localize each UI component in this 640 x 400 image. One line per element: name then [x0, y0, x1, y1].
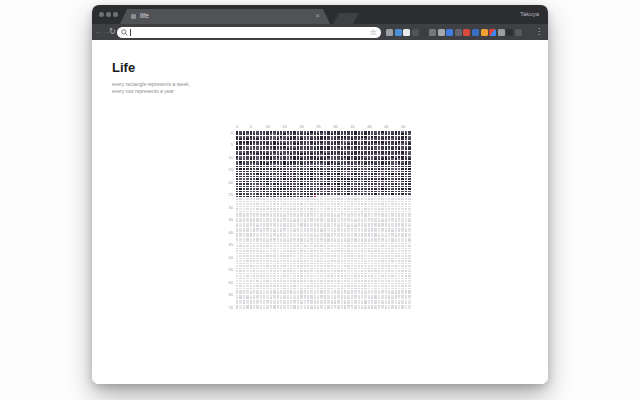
week-cell [401, 163, 403, 165]
close-window-button[interactable] [99, 12, 104, 17]
week-cell [283, 248, 285, 250]
week-cell [263, 161, 265, 163]
extension-icon[interactable] [403, 29, 410, 36]
week-cell [378, 201, 380, 203]
week-cell [320, 186, 322, 188]
extension-icon[interactable] [515, 29, 522, 36]
week-cell [260, 297, 262, 299]
week-cell [405, 292, 407, 294]
week-cell [320, 156, 322, 158]
week-cell [408, 133, 410, 135]
week-cell [266, 206, 268, 208]
extension-icon[interactable] [489, 29, 496, 36]
browser-tab[interactable]: life × [120, 9, 330, 24]
week-cell [236, 183, 238, 185]
week-cell [395, 223, 397, 225]
week-cell [236, 156, 238, 158]
week-cell [408, 131, 410, 133]
extension-icon[interactable] [455, 29, 462, 36]
week-cell [243, 302, 245, 304]
desktop: { "window": { "profile_name": "Takuya", … [0, 0, 640, 400]
week-cell [395, 206, 397, 208]
week-cell [263, 283, 265, 285]
week-cell [270, 136, 272, 138]
week-cell [385, 193, 387, 195]
extension-icon[interactable] [386, 29, 393, 36]
week-cell [381, 188, 383, 190]
extension-icon[interactable] [463, 29, 470, 36]
week-cell [246, 302, 248, 304]
extension-icon[interactable] [446, 29, 453, 36]
week-cell [266, 302, 268, 304]
week-cell [324, 191, 326, 193]
week-cell [347, 270, 349, 272]
menu-icon[interactable]: ⋮ [535, 27, 543, 37]
new-tab-button[interactable] [333, 13, 359, 24]
week-cell [381, 285, 383, 287]
week-cell [398, 285, 400, 287]
week-cell [364, 136, 366, 138]
week-cell [283, 270, 285, 272]
week-cell [290, 278, 292, 280]
extension-icon[interactable] [506, 29, 513, 36]
week-cell [401, 250, 403, 252]
week-cell [314, 307, 316, 309]
week-cell [324, 220, 326, 222]
week-cell [331, 248, 333, 250]
omnibox[interactable]: ☆ [117, 27, 381, 38]
week-cell [300, 146, 302, 148]
week-cell [405, 158, 407, 160]
week-cell [307, 243, 309, 245]
week-cell [395, 230, 397, 232]
bookmark-star-icon[interactable]: ☆ [370, 27, 377, 38]
week-cell [358, 151, 360, 153]
week-cell [283, 151, 285, 153]
minimize-window-button[interactable] [106, 12, 111, 17]
week-cell [391, 198, 393, 200]
week-cell [398, 156, 400, 158]
week-cell [378, 305, 380, 307]
week-cell [388, 228, 390, 230]
zoom-window-button[interactable] [113, 12, 118, 17]
week-cell [239, 305, 241, 307]
week-cell [307, 198, 309, 200]
week-cell [266, 168, 268, 170]
week-cell [361, 148, 363, 150]
week-cell [324, 275, 326, 277]
week-cell [337, 143, 339, 145]
week-cell [347, 188, 349, 190]
week-cell [266, 183, 268, 185]
week-cell [287, 158, 289, 160]
extension-icon[interactable] [429, 29, 436, 36]
week-cell [307, 156, 309, 158]
week-cell [317, 173, 319, 175]
week-cell [331, 258, 333, 260]
week-cell [280, 302, 282, 304]
extension-icon[interactable] [472, 29, 479, 36]
extension-icon[interactable] [420, 29, 427, 36]
week-cell [280, 166, 282, 168]
week-cell [327, 230, 329, 232]
week-cell [378, 161, 380, 163]
week-cell [334, 225, 336, 227]
week-cell [391, 173, 393, 175]
tab-close-icon[interactable]: × [315, 11, 320, 21]
extension-icon[interactable] [498, 29, 505, 36]
week-cell [385, 201, 387, 203]
extension-icon[interactable] [481, 29, 488, 36]
week-cell [374, 191, 376, 193]
week-cell [358, 235, 360, 237]
extension-icon[interactable] [438, 29, 445, 36]
reload-icon[interactable]: ↻ [109, 27, 116, 37]
week-cell [277, 230, 279, 232]
week-cell [290, 228, 292, 230]
extension-icon[interactable] [395, 29, 402, 36]
week-cell [351, 268, 353, 270]
week-cell [361, 133, 363, 135]
extension-icon[interactable] [412, 29, 419, 36]
week-cell [293, 263, 295, 265]
week-cell [236, 158, 238, 160]
week-cell [314, 163, 316, 165]
week-cell [401, 288, 403, 290]
week-cell [341, 255, 343, 257]
